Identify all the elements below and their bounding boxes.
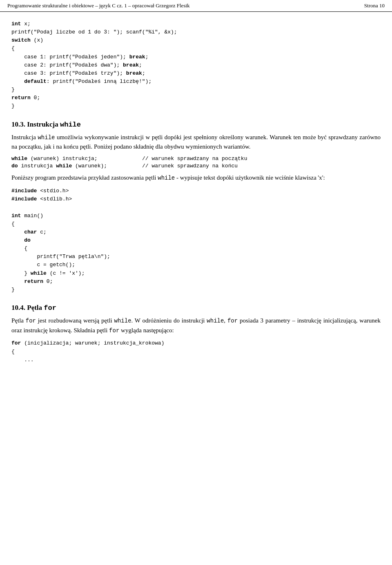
section-10-4-heading: 10.4. Pętla for xyxy=(11,304,381,312)
page-header: Programowanie strukturalne i obiektowe –… xyxy=(0,0,392,12)
syntax-line-2: do instrukcja while (warunek); // warune… xyxy=(11,163,381,169)
page-number: Strona 10 xyxy=(364,2,385,9)
section-10-4-para1: Pętla for jest rozbudowaną wersją pętli … xyxy=(11,316,381,335)
code-block-3: for (inicjalizacja; warunek; instrukcja_… xyxy=(11,338,381,365)
syntax-line-1: while (warunek) instrukcja; // warunek s… xyxy=(11,156,381,162)
code-block-1: int x; printf("Podaj liczbe od 1 do 3: "… xyxy=(11,19,381,111)
header-title: Programowanie strukturalne i obiektowe –… xyxy=(7,2,190,9)
page-content: int x; printf("Podaj liczbe od 1 do 3: "… xyxy=(0,12,392,376)
section-10-3-heading: 10.3. Instrukcja while xyxy=(11,120,381,129)
code-block-2: #include <stdio.h> #include <stdlib.h> i… xyxy=(11,186,381,295)
section-10-3-para2: Poniższy program przedstawia przykład za… xyxy=(11,173,381,183)
syntax-lines: while (warunek) instrukcja; // warunek s… xyxy=(11,156,381,169)
section-10-3-para1: Instrukcja while umożliwia wykonywanie i… xyxy=(11,133,381,152)
